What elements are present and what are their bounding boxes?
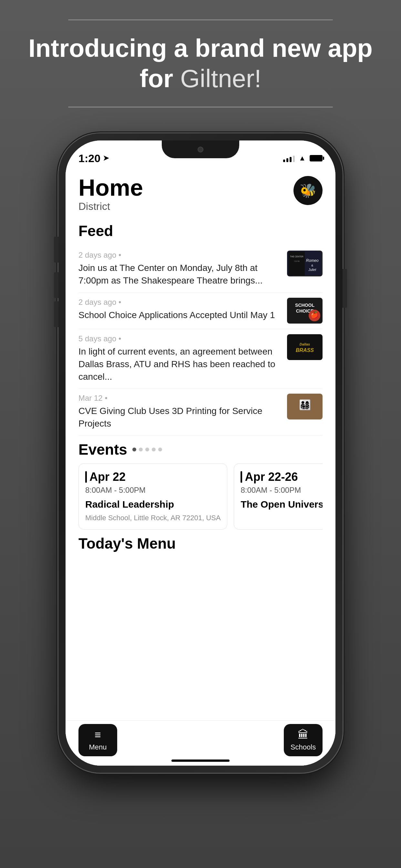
signal-bar-2 <box>286 158 288 162</box>
event-date: Apr 22 <box>89 470 126 484</box>
svg-text:Juliet: Juliet <box>308 268 316 272</box>
feed-item-image: SCHOOL CHOICE 🍎 <box>287 298 322 323</box>
event-name: The Open University's Course A305 and th… <box>241 498 322 510</box>
feed-item-meta: 2 days ago • <box>79 298 281 307</box>
feed-item[interactable]: 5 days ago • In light of current events,… <box>79 329 322 389</box>
feed-section: Feed 2 days ago • Join us at The Center … <box>79 219 322 435</box>
schools-nav-label: Schools <box>290 743 316 751</box>
event-accent-bar <box>241 471 242 483</box>
phone-notch <box>162 141 239 158</box>
feed-item-image: Dallas BRASS <box>287 334 322 360</box>
event-date: Apr 22-26 <box>245 470 298 484</box>
signal-bar-3 <box>289 157 291 162</box>
svg-text:7:00 PM: 7:00 PM <box>294 261 299 262</box>
signal-bar-1 <box>283 159 285 162</box>
app-content: Home District 🐝 Feed <box>66 166 335 766</box>
feed-item-image: THE CENTER 7:00 PM Romeo & Juliet <box>287 251 322 276</box>
header-section: Introducing a brand new app for Giltner! <box>0 20 401 127</box>
divider-bottom <box>68 106 333 107</box>
main-headline: Introducing a brand new app for Giltner! <box>28 33 373 94</box>
svg-text:👨‍👩‍👧‍👦: 👨‍👩‍👧‍👦 <box>299 399 311 411</box>
svg-text:Romeo: Romeo <box>306 259 319 263</box>
feed-item-text: 5 days ago • In light of current events,… <box>79 334 281 383</box>
phone-mockup: 1:20 ➤ ▲ <box>58 133 343 773</box>
pagination-dot <box>145 447 149 452</box>
svg-text:BRASS: BRASS <box>296 347 314 353</box>
feed-item[interactable]: Mar 12 • CVE Giving Club Uses 3D Printin… <box>79 389 322 435</box>
events-section: Events <box>79 436 322 530</box>
signal-bars-icon <box>283 154 295 162</box>
svg-rect-1 <box>288 252 305 275</box>
divider-top <box>68 20 333 20</box>
events-pagination-dots <box>132 447 162 452</box>
feed-meta-text: 2 days ago <box>79 298 116 306</box>
svg-text:THE CENTER: THE CENTER <box>290 256 304 258</box>
pagination-dot <box>152 447 156 452</box>
feed-item-image: 👨‍👩‍👧‍👦 <box>287 394 322 420</box>
schools-nav-button[interactable]: 🏛 Schools <box>284 724 322 756</box>
menu-nav-label: Menu <box>89 743 106 751</box>
feed-item-text: Mar 12 • CVE Giving Club Uses 3D Printin… <box>79 394 281 430</box>
feed-item-text: 2 days ago • School Choice Applications … <box>79 298 281 321</box>
home-page-title: Home <box>79 176 143 199</box>
headline-line1: Introducing a brand new app <box>28 34 373 62</box>
home-title-group: Home District <box>79 176 143 213</box>
svg-rect-12 <box>287 334 322 360</box>
feed-item-description: CVE Giving Club Uses 3D Printing for Ser… <box>79 405 281 430</box>
school-logo-icon: 🐝 <box>300 183 316 198</box>
feed-item-text: 2 days ago • Join us at The Center on Mo… <box>79 251 281 287</box>
pagination-dot-active <box>132 447 136 452</box>
status-time: 1:20 ➤ <box>79 152 109 165</box>
time-display: 1:20 <box>79 152 100 165</box>
events-section-title: Events <box>79 441 127 458</box>
feed-section-title: Feed <box>79 222 322 240</box>
events-header: Events <box>79 441 322 458</box>
event-accent-bar <box>85 471 87 483</box>
battery-icon <box>310 155 322 161</box>
signal-bar-4 <box>293 156 295 162</box>
feed-item[interactable]: 2 days ago • Join us at The Center on Mo… <box>79 245 322 292</box>
headline-for: for <box>140 64 173 93</box>
status-icons-group: ▲ <box>283 154 322 162</box>
menu-section-title: Today's Menu <box>79 535 322 552</box>
pagination-dot <box>158 447 162 452</box>
event-date-line: Apr 22-26 <box>241 470 322 484</box>
menu-nav-button[interactable]: ≡ Menu <box>79 724 117 756</box>
school-logo: 🐝 <box>294 176 322 205</box>
svg-text:🍎: 🍎 <box>311 311 319 319</box>
home-indicator <box>172 760 229 762</box>
feed-item-description: Join us at The Center on Monday, July 8t… <box>79 261 281 287</box>
phone-screen: 1:20 ➤ ▲ <box>66 141 335 766</box>
svg-text:&: & <box>311 264 313 267</box>
home-header: Home District 🐝 <box>79 166 322 219</box>
feed-item-meta: 5 days ago • <box>79 334 281 343</box>
feed-item-description: School Choice Applications Accepted Unti… <box>79 309 281 321</box>
event-location: Middle School, Little Rock, AR 72201, US… <box>85 513 220 523</box>
event-date-line: Apr 22 <box>85 470 220 484</box>
event-time: 8:00AM - 5:00PM <box>241 486 322 495</box>
feed-item-meta: Mar 12 • <box>79 394 281 403</box>
svg-text:SCHOOL: SCHOOL <box>295 303 314 308</box>
feed-item-meta: 2 days ago • <box>79 251 281 259</box>
wifi-icon: ▲ <box>299 154 306 162</box>
events-scroll-container[interactable]: Apr 22 8:00AM - 5:00PM Radical Leadershi… <box>79 463 322 530</box>
phone-outer-shell: 1:20 ➤ ▲ <box>58 133 343 773</box>
feed-item-description: In light of current events, an agreement… <box>79 345 281 383</box>
front-camera <box>197 147 204 152</box>
feed-meta-text: 2 days ago <box>79 251 116 259</box>
event-name: Radical Leadership <box>85 498 220 510</box>
event-card[interactable]: Apr 22-26 8:00AM - 5:00PM The Open Unive… <box>234 463 322 530</box>
menu-nav-icon: ≡ <box>95 728 101 741</box>
feed-meta-text: 5 days ago <box>79 334 116 343</box>
svg-text:Dallas: Dallas <box>300 342 310 346</box>
feed-item[interactable]: 2 days ago • School Choice Applications … <box>79 292 322 329</box>
event-time: 8:00AM - 5:00PM <box>85 486 220 495</box>
event-card[interactable]: Apr 22 8:00AM - 5:00PM Radical Leadershi… <box>79 463 227 530</box>
bottom-navigation: ≡ Menu 🏛 Schools <box>66 720 335 766</box>
menu-section: Today's Menu <box>79 530 322 555</box>
pagination-dot <box>139 447 143 452</box>
schools-nav-icon: 🏛 <box>298 728 309 741</box>
page-background: Introducing a brand new app for Giltner!… <box>0 0 401 868</box>
home-page-subtitle: District <box>79 200 143 213</box>
location-arrow-icon: ➤ <box>103 154 109 162</box>
